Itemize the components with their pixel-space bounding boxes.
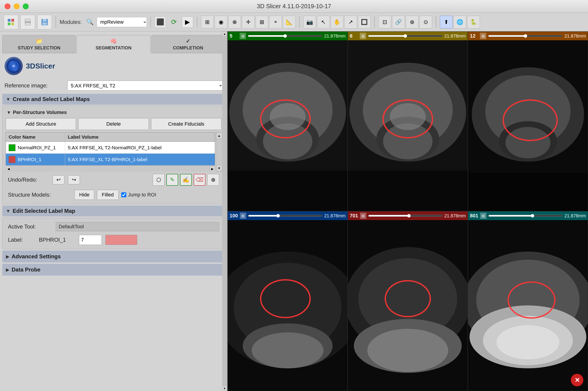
svg-rect-34: [468, 173, 588, 211]
python-button[interactable]: 🐍: [467, 16, 480, 28]
data-button[interactable]: [4, 15, 18, 29]
module-select[interactable]: mpReview: [97, 17, 147, 27]
panel-scrollbar[interactable]: ▲ ▼: [222, 31, 227, 391]
translate-button[interactable]: ✋: [331, 16, 343, 28]
view-12-slider[interactable]: [488, 34, 563, 38]
recenter-button[interactable]: ⊙: [420, 16, 432, 28]
color-name-2: BPHROI_1: [18, 157, 41, 162]
slice-layout-button[interactable]: ⊞: [201, 16, 214, 28]
table-row[interactable]: BPHROI_1 5:AX FRFSE_XL T2-BPHROI_1-label: [6, 154, 215, 166]
dcm-icon: DCM: [24, 18, 32, 26]
per-structure-header[interactable]: ▼ Per-Structure Volumes: [5, 108, 222, 117]
view-801-layout-icon: ⊞: [480, 212, 487, 219]
dcm-button[interactable]: DCM: [20, 15, 35, 29]
3d-view-button[interactable]: ◉: [215, 16, 227, 28]
hscroll-left-button[interactable]: ◀: [6, 166, 11, 172]
arrow-button[interactable]: ↖: [317, 16, 330, 28]
view-701-number: 701: [350, 213, 358, 219]
view-5-svg: [228, 40, 347, 211]
screenshot-button[interactable]: 📷: [303, 16, 316, 28]
structure-action-buttons: Add Structure Delete Create Fiducials: [5, 118, 222, 130]
nav-forward-button[interactable]: ▶: [182, 16, 193, 28]
fiducial-button[interactable]: ⚬: [269, 16, 282, 28]
tab-study-selection[interactable]: 📁 STUDY SELECTION: [2, 35, 76, 53]
reference-image-select[interactable]: 5:AX FRFSE_XL T2: [67, 81, 223, 91]
delete-structure-button[interactable]: Delete: [78, 118, 149, 130]
table-header: Color Name Label Volume: [6, 132, 215, 142]
crossref-button[interactable]: ⊛: [406, 16, 419, 28]
label-maps-section-header[interactable]: ▼ Create and Select Label Maps: [2, 94, 225, 105]
maximize-window-button[interactable]: [23, 3, 29, 9]
vscroll-up-button[interactable]: ▲: [216, 132, 222, 139]
view-100-slider[interactable]: [248, 214, 323, 218]
separator-1: [56, 16, 56, 28]
label-number-input[interactable]: [79, 235, 102, 245]
view-12-number: 12: [470, 33, 478, 39]
data-probe-header[interactable]: ▶ Data Probe: [2, 264, 225, 276]
hide-models-button[interactable]: Hide: [75, 190, 94, 200]
image-view-12[interactable]: 12 ⊞ 21.878mm: [468, 31, 588, 211]
per-structure-arrow-icon: ▼: [6, 110, 11, 115]
link-button[interactable]: 🔗: [392, 16, 405, 28]
view-5-slider[interactable]: [248, 34, 323, 38]
jump-to-roi-label: Jump to ROI: [128, 192, 156, 198]
save-button[interactable]: [37, 15, 52, 29]
window-button[interactable]: ⊡: [378, 16, 391, 28]
tab-completion[interactable]: ✓ COMPLETION: [151, 35, 225, 53]
table-row[interactable]: NormalROI_PZ_1 5:AX FRFSE_XL T2-NormalRO…: [6, 142, 215, 154]
image-view-5[interactable]: 5 ⊞ 21.878mm: [228, 31, 348, 211]
crosshair-button[interactable]: ✛: [242, 16, 255, 28]
separator-6: [436, 16, 436, 28]
measure-button[interactable]: 📐: [283, 16, 296, 28]
nav-back-button[interactable]: ⬛: [155, 16, 166, 28]
nav-reload-button[interactable]: ⟳: [168, 16, 179, 28]
panel-scroll-container[interactable]: 📁 STUDY SELECTION 🧠 SEGMENTATION ✓ COMPL…: [0, 31, 227, 391]
orbit-button[interactable]: ⊕: [228, 16, 241, 28]
view-12-svg: [468, 40, 588, 211]
table-hscrollbar[interactable]: ◀ ▶: [6, 166, 215, 172]
select-tool-button[interactable]: ⬡: [153, 174, 165, 186]
add-structure-button[interactable]: Add Structure: [6, 118, 76, 130]
grid-button[interactable]: ⊞: [255, 16, 268, 28]
table-vscrollbar[interactable]: ▲ ▼: [216, 132, 222, 172]
jump-to-roi-checkbox[interactable]: [121, 192, 126, 197]
arrow2-button[interactable]: ↗: [344, 16, 357, 28]
zoom-button[interactable]: 🔲: [358, 16, 371, 28]
undo-button[interactable]: ↩: [53, 175, 64, 184]
panel-scroll-down-button[interactable]: ▼: [222, 386, 227, 391]
create-fiducials-button[interactable]: Create Fiducials: [151, 118, 221, 130]
draw-outline-button[interactable]: ✎: [166, 174, 178, 186]
vscroll-down-button[interactable]: ▼: [216, 165, 222, 171]
close-application-button[interactable]: ✕: [571, 374, 584, 387]
panel-scroll-up-button[interactable]: ▲: [222, 31, 227, 36]
label-color-swatch[interactable]: [105, 235, 137, 245]
view-6-slider[interactable]: [368, 34, 443, 38]
erase-button[interactable]: ⌫: [194, 174, 205, 186]
hscroll-right-button[interactable]: ▶: [210, 166, 215, 172]
module-search-button[interactable]: 🔍: [85, 17, 94, 27]
segmentation-icon: 🧠: [110, 38, 117, 44]
tab-segmentation[interactable]: 🧠 SEGMENTATION: [77, 35, 150, 53]
view-801-slider[interactable]: [488, 214, 563, 218]
image-view-801[interactable]: 801 ⊞ 21.878mm: [468, 211, 588, 391]
active-tool-value: DefaultTool: [56, 222, 219, 231]
fiducials-tool-button[interactable]: ⊕: [207, 174, 219, 186]
edit-label-map-arrow-icon: ▼: [6, 208, 10, 214]
close-window-button[interactable]: [4, 3, 10, 9]
advanced-settings-header[interactable]: ▶ Advanced Settings: [2, 251, 225, 262]
minimize-window-button[interactable]: [14, 3, 20, 9]
filled-models-button[interactable]: Filled: [97, 190, 119, 200]
view-5-layout-icon: ⊞: [240, 33, 246, 39]
image-view-6[interactable]: 6 ⊞ 21.878mm: [348, 31, 468, 211]
view-6-svg: [348, 40, 468, 211]
image-view-701[interactable]: 701 ⊞ 21.878mm: [348, 211, 468, 391]
edit-label-map-header[interactable]: ▼ Edit Selected Label Map: [2, 205, 225, 216]
extra-tools: ⬆ 🌐 🐍: [440, 16, 480, 28]
image-view-100[interactable]: 100 ⊞ 21.878mm: [228, 211, 348, 391]
extensions-button[interactable]: 🌐: [453, 16, 466, 28]
move-view-button[interactable]: ⬆: [440, 16, 453, 28]
redo-button[interactable]: ↪: [68, 175, 80, 184]
view-701-slider[interactable]: [368, 214, 443, 218]
svg-rect-27: [348, 171, 468, 211]
draw-filled-button[interactable]: ✍: [180, 174, 192, 186]
